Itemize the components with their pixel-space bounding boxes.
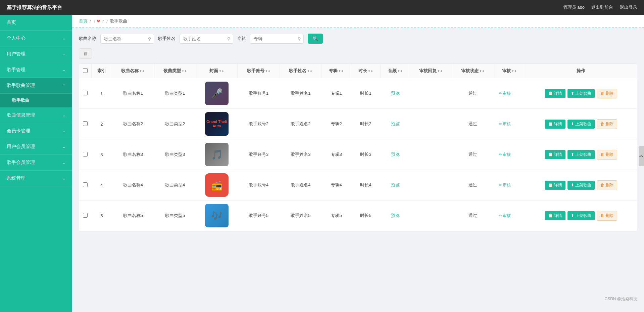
song-name-input[interactable]	[100, 34, 154, 44]
upload-button[interactable]: ⬆ 上架歌曲	[567, 89, 595, 98]
album-search-icon: ⚲	[298, 36, 301, 41]
detail-button[interactable]: 📋 详情	[545, 120, 565, 129]
sidebar-item-system-mgmt[interactable]: 系统管理 ⌄	[0, 171, 72, 186]
upload-button[interactable]: ⬆ 上架歌曲	[567, 120, 595, 129]
edit-icon: ✏	[499, 152, 502, 157]
delete-label: 删除	[605, 182, 613, 188]
audio-preview-link[interactable]: 预览	[391, 213, 400, 218]
audio-preview-link[interactable]: 预览	[391, 182, 400, 187]
row-audio[interactable]: 预览	[381, 200, 410, 231]
detail-label: 详情	[554, 121, 562, 127]
row-audio[interactable]: 预览	[381, 170, 410, 200]
sidebar-item-member-mgmt-label: 会员卡管理	[7, 128, 30, 134]
th-singer-name[interactable]: 歌手姓名⬆⬇	[280, 64, 321, 78]
row-audit[interactable]: ✏ 审核	[494, 170, 525, 200]
songs-table-wrap: 索引 歌曲名称⬆⬇ 歌曲类型⬆⬇ 封面⬆⬇ 歌手账号⬆⬇ 歌手姓名⬆⬇ 专辑⬆⬇…	[79, 63, 637, 231]
row-audio[interactable]: 预览	[381, 139, 410, 170]
row-checkbox[interactable]	[83, 121, 88, 126]
sidebar-item-personal[interactable]: 个人中心 ⌄	[0, 31, 72, 46]
audit-button[interactable]: ✏ 审核	[497, 120, 513, 129]
audit-button[interactable]: ✏ 审核	[497, 181, 513, 190]
delete-button[interactable]: 🗑 删除	[597, 89, 617, 98]
audit-button[interactable]: ✏ 审核	[497, 150, 513, 159]
delete-icon: 🗑	[600, 213, 604, 218]
breadcrumb-home[interactable]: 首页	[79, 18, 88, 24]
row-album: 专辑5	[321, 200, 351, 231]
detail-icon: 📋	[548, 122, 553, 126]
th-cover[interactable]: 封面⬆⬇	[196, 64, 238, 78]
row-checkbox-cell[interactable]	[79, 170, 91, 200]
row-audit[interactable]: ✏ 审核	[494, 109, 525, 139]
row-checkbox[interactable]	[83, 182, 88, 187]
detail-button[interactable]: 📋 详情	[545, 89, 565, 98]
upload-button[interactable]: ⬆ 上架歌曲	[567, 211, 595, 220]
row-audit[interactable]: ✏ 审核	[494, 78, 525, 109]
delete-button[interactable]: 🗑 删除	[597, 180, 617, 190]
select-all-checkbox[interactable]	[83, 68, 88, 73]
th-duration[interactable]: 时长⬆⬇	[351, 64, 381, 78]
audio-preview-link[interactable]: 预览	[391, 91, 400, 96]
search-button[interactable]: 🔍	[308, 34, 323, 44]
sort-icon: ⬆⬇	[437, 70, 443, 73]
sidebar-item-user-mgmt[interactable]: 用户管理 ⌄	[0, 46, 72, 62]
audio-preview-link[interactable]: 预览	[391, 121, 400, 126]
singer-name-input[interactable]	[180, 34, 233, 44]
upload-button[interactable]: ⬆ 上架歌曲	[567, 181, 595, 190]
sidebar-sub-item-singer-song-label: 歌手歌曲	[12, 98, 30, 103]
logout-link[interactable]: 退出登录	[620, 4, 637, 10]
sidebar-item-member-mgmt[interactable]: 会员卡管理 ⌄	[0, 123, 72, 139]
audit-button[interactable]: ✏ 审核	[497, 211, 513, 220]
th-audit-reply[interactable]: 审核回复⬆⬇	[410, 64, 452, 78]
sidebar-item-singer-song-mgmt-label: 歌手歌曲管理	[7, 83, 35, 89]
row-checkbox-cell[interactable]	[79, 78, 91, 109]
detail-button[interactable]: 📋 详情	[545, 181, 565, 190]
detail-button[interactable]: 📋 详情	[545, 150, 565, 159]
detail-button[interactable]: 📋 详情	[545, 211, 565, 220]
sidebar-item-user-member-mgmt[interactable]: 用户会员管理 ⌄	[0, 139, 72, 155]
delete-button[interactable]: 🗑 删除	[597, 211, 617, 221]
audit-button[interactable]: ✏ 审核	[497, 89, 513, 98]
row-singer-name: 歌手姓名3	[280, 139, 321, 170]
th-audit[interactable]: 审核⬆⬇	[494, 64, 525, 78]
sort-icon: ⬆⬇	[265, 70, 270, 73]
sidebar-sub-item-singer-song[interactable]: 歌手歌曲	[0, 94, 72, 107]
sidebar-item-singer-member-mgmt[interactable]: 歌手会员管理 ⌄	[0, 155, 72, 171]
edit-icon: ✏	[499, 91, 502, 96]
audio-preview-link[interactable]: 预览	[391, 152, 400, 157]
row-cover: 🎶	[196, 200, 238, 231]
row-audit[interactable]: ✏ 审核	[494, 200, 525, 231]
row-checkbox[interactable]	[83, 213, 88, 218]
sidebar-item-home[interactable]: 首页	[0, 15, 72, 31]
row-audit-status: 通过	[452, 109, 494, 139]
row-audit[interactable]: ✏ 审核	[494, 139, 525, 170]
sidebar-item-singer-song-mgmt[interactable]: 歌手歌曲管理 ⌃	[0, 78, 72, 94]
row-singer-account: 歌手账号5	[238, 200, 280, 231]
row-checkbox-cell[interactable]	[79, 200, 91, 231]
th-singer-account[interactable]: 歌手账号⬆⬇	[238, 64, 280, 78]
album-input[interactable]	[250, 34, 304, 44]
row-checkbox-cell[interactable]	[79, 139, 91, 170]
th-song-type[interactable]: 歌曲类型⬆⬇	[154, 64, 196, 78]
singer-name-label: 歌手姓名	[158, 36, 176, 42]
th-song-name[interactable]: 歌曲名称⬆⬇	[112, 64, 154, 78]
th-audit-status[interactable]: 审核状态⬆⬇	[452, 64, 494, 78]
delete-button[interactable]: 🗑 删除	[597, 150, 617, 160]
row-checkbox-cell[interactable]	[79, 109, 91, 139]
right-collapse-tab[interactable]: ❮	[639, 146, 644, 166]
delete-button[interactable]: 🗑 删除	[597, 119, 617, 129]
detail-icon: 📋	[548, 213, 553, 218]
batch-delete-button[interactable]: 🗑	[79, 48, 92, 59]
sidebar-item-singer-mgmt[interactable]: 歌手管理 ⌄	[0, 62, 72, 78]
row-audio[interactable]: 预览	[381, 109, 410, 139]
table-row: 3 歌曲名称3 歌曲类型3 🎵 歌手账号3 歌手姓名3 专辑3 时长3 预览 通…	[79, 139, 637, 170]
row-song-type: 歌曲类型2	[154, 109, 196, 139]
th-album[interactable]: 专辑⬆⬇	[321, 64, 351, 78]
row-checkbox[interactable]	[83, 152, 88, 157]
row-audio[interactable]: 预览	[381, 78, 410, 109]
th-audio[interactable]: 音频⬆⬇	[381, 64, 410, 78]
return-front-link[interactable]: 退出到前台	[591, 4, 613, 10]
audit-btn-label: 审核	[503, 213, 511, 219]
row-checkbox[interactable]	[83, 91, 88, 95]
upload-button[interactable]: ⬆ 上架歌曲	[567, 150, 595, 159]
sidebar-item-song-info-mgmt[interactable]: 歌曲信息管理 ⌄	[0, 107, 72, 123]
